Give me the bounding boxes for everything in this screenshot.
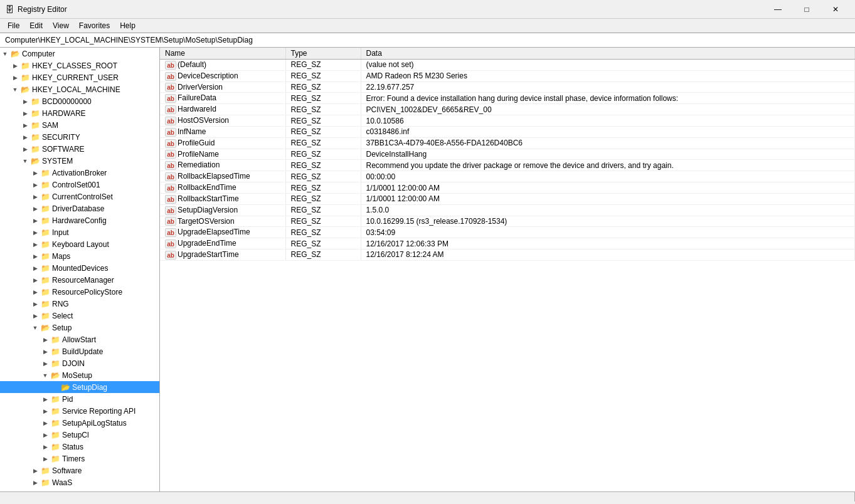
tree-expand-hardwareconfig[interactable]: [30, 216, 40, 226]
tree-item-controlset001[interactable]: ControlSet001: [0, 179, 159, 191]
tree-item-sam[interactable]: SAM: [0, 119, 159, 131]
table-row[interactable]: abSetupDiagVersionREG_SZ1.5.0.0: [160, 204, 855, 216]
tree-expand-security[interactable]: [20, 132, 30, 142]
tree-expand-mosetup[interactable]: [40, 370, 50, 381]
tree-item-buildupdate[interactable]: BuildUpdate: [0, 345, 159, 357]
menu-item-favorites[interactable]: Favorites: [74, 20, 115, 31]
tree-expand-hkcr[interactable]: [10, 61, 20, 71]
tree-expand-servicereportingapi[interactable]: [40, 406, 50, 416]
tree-item-hkcr[interactable]: HKEY_CLASSES_ROOT: [0, 60, 159, 71]
tree-expand-softwarenode[interactable]: [30, 466, 40, 476]
tree-expand-controlset001[interactable]: [30, 180, 40, 190]
tree-expand-wpa[interactable]: [30, 490, 40, 492]
table-row[interactable]: abUpgradeElapsedTimeREG_SZ03:54:09: [160, 227, 855, 238]
tree-item-bcd[interactable]: BCD00000000: [0, 95, 159, 107]
table-row[interactable]: abDeviceDescriptionREG_SZAMD Radeon R5 M…: [160, 70, 855, 81]
tree-expand-djoin[interactable]: [40, 359, 50, 369]
table-row[interactable]: abUpgradeEndTimeREG_SZ12/16/2017 12:06:3…: [160, 238, 855, 249]
tree-item-hardware[interactable]: HARDWARE: [0, 107, 159, 119]
tree-item-security[interactable]: SECURITY: [0, 131, 159, 143]
tree-expand-resourcemanager[interactable]: [30, 275, 40, 285]
tree-item-rng[interactable]: RNG: [0, 298, 159, 310]
table-row[interactable]: abProfileNameREG_SZDeviceInstallHang: [160, 149, 855, 160]
tree-item-input[interactable]: Input: [0, 226, 159, 238]
tree-expand-hkcu[interactable]: [10, 73, 20, 83]
menu-item-view[interactable]: View: [48, 20, 74, 31]
tree-item-setuppailogstatus[interactable]: SetupApiLogStatus: [0, 417, 159, 429]
tree-item-wpa[interactable]: WPA: [0, 488, 159, 491]
table-row[interactable]: abInfNameREG_SZc0318486.inf: [160, 126, 855, 137]
tree-item-activationbroker[interactable]: ActivationBroker: [0, 167, 159, 179]
tree-item-pid[interactable]: Pid: [0, 393, 159, 405]
tree-item-maps[interactable]: Maps: [0, 250, 159, 262]
tree-expand-software[interactable]: [20, 144, 30, 154]
tree-expand-hklm[interactable]: [10, 85, 20, 95]
menu-item-help[interactable]: Help: [115, 20, 141, 31]
tree-item-driverdatabase[interactable]: DriverDatabase: [0, 202, 159, 214]
tree-expand-hardware[interactable]: [20, 108, 30, 118]
tree-item-djoin[interactable]: DJOIN: [0, 357, 159, 369]
table-row[interactable]: abHardwareIdREG_SZPCI\VEN_1002&DEV_6665&…: [160, 104, 855, 115]
table-row[interactable]: abFailureDataREG_SZError: Found a device…: [160, 93, 855, 104]
tree-expand-keyboardlayout[interactable]: [30, 239, 40, 249]
tree-expand-bcd[interactable]: [20, 97, 30, 107]
close-button[interactable]: ✕: [821, 0, 850, 19]
table-row[interactable]: abTargetOSVersionREG_SZ10.0.16299.15 (rs…: [160, 216, 855, 227]
tree-expand-select[interactable]: [30, 311, 40, 321]
tree-expand-timers[interactable]: [40, 454, 50, 464]
tree-expand-system[interactable]: [20, 156, 30, 166]
tree-item-timers[interactable]: Timers: [0, 453, 159, 465]
tree-expand-activationbroker[interactable]: [30, 168, 40, 178]
menu-item-file[interactable]: File: [3, 20, 24, 31]
tree-expand-status[interactable]: [40, 442, 50, 452]
tree-expand-rng[interactable]: [30, 299, 40, 309]
tree-expand-waas[interactable]: [30, 478, 40, 488]
tree-expand-setup[interactable]: [30, 323, 40, 333]
menu-item-edit[interactable]: Edit: [24, 20, 48, 31]
tree-item-hardwareconfig[interactable]: HardwareConfig: [0, 214, 159, 226]
table-row[interactable]: abRollbackEndTimeREG_SZ1/1/0001 12:00:00…: [160, 182, 855, 194]
tree-expand-mounteddevices[interactable]: [30, 263, 40, 273]
tree-item-setup[interactable]: Setup: [0, 322, 159, 333]
tree-item-select[interactable]: Select: [0, 310, 159, 322]
table-row[interactable]: abRollbackStartTimeREG_SZ1/1/0001 12:00:…: [160, 193, 855, 204]
tree-item-system[interactable]: SYSTEM: [0, 155, 159, 167]
tree-expand-pid[interactable]: [40, 394, 50, 404]
tree-item-setupcl[interactable]: SetupCl: [0, 429, 159, 441]
tree-item-waas[interactable]: WaaS: [0, 476, 159, 488]
tree-item-resourcemanager[interactable]: ResourceManager: [0, 274, 159, 286]
table-row[interactable]: abHostOSVersionREG_SZ10.0.10586: [160, 115, 855, 127]
tree-expand-setuppailogstatus[interactable]: [40, 418, 50, 428]
tree-expand-allowstart[interactable]: [40, 335, 50, 345]
tree-expand-sam[interactable]: [20, 120, 30, 130]
tree-item-resourcepolicystore[interactable]: ResourcePolicyStore: [0, 286, 159, 298]
table-row[interactable]: abRollbackElapsedTimeREG_SZ00:00:00: [160, 171, 855, 182]
tree-expand-buildupdate[interactable]: [40, 347, 50, 357]
tree-expand-input[interactable]: [30, 228, 40, 238]
tree-item-status[interactable]: Status: [0, 441, 159, 453]
horizontal-scrollbar[interactable]: [0, 492, 855, 501]
tree-item-softwarenode[interactable]: Software: [0, 465, 159, 476]
tree-item-hklm[interactable]: HKEY_LOCAL_MACHINE: [0, 83, 159, 95]
table-row[interactable]: abRemediationREG_SZRecommend you update …: [160, 160, 855, 171]
tree-item-currentcontrolset[interactable]: CurrentControlSet: [0, 191, 159, 202]
tree-expand-currentcontrolset[interactable]: [30, 192, 40, 202]
minimize-button[interactable]: —: [763, 0, 792, 19]
tree-item-hkcu[interactable]: HKEY_CURRENT_USER: [0, 71, 159, 83]
maximize-button[interactable]: □: [792, 0, 821, 19]
tree-item-setupdiag[interactable]: SetupDiag: [0, 381, 159, 393]
tree-expand-setupcl[interactable]: [40, 430, 50, 440]
tree-item-keyboardlayout[interactable]: Keyboard Layout: [0, 238, 159, 250]
tree-expand-driverdatabase[interactable]: [30, 204, 40, 214]
tree-expand-maps[interactable]: [30, 251, 40, 261]
table-row[interactable]: abProfileGuidREG_SZ37BB1C3A-4D79-40E8-A5…: [160, 137, 855, 149]
tree-item-mosetup[interactable]: MoSetup: [0, 369, 159, 381]
tree-expand-computer[interactable]: [0, 49, 10, 59]
table-row[interactable]: ab(Default)REG_SZ(value not set): [160, 60, 855, 71]
table-row[interactable]: abDriverVersionREG_SZ22.19.677.257: [160, 81, 855, 93]
tree-item-servicereportingapi[interactable]: Service Reporting API: [0, 405, 159, 417]
tree-item-allowstart[interactable]: AllowStart: [0, 333, 159, 345]
tree-item-software[interactable]: SOFTWARE: [0, 143, 159, 155]
tree-item-computer[interactable]: Computer: [0, 48, 159, 60]
table-row[interactable]: abUpgradeStartTimeREG_SZ12/16/2017 8:12:…: [160, 249, 855, 261]
